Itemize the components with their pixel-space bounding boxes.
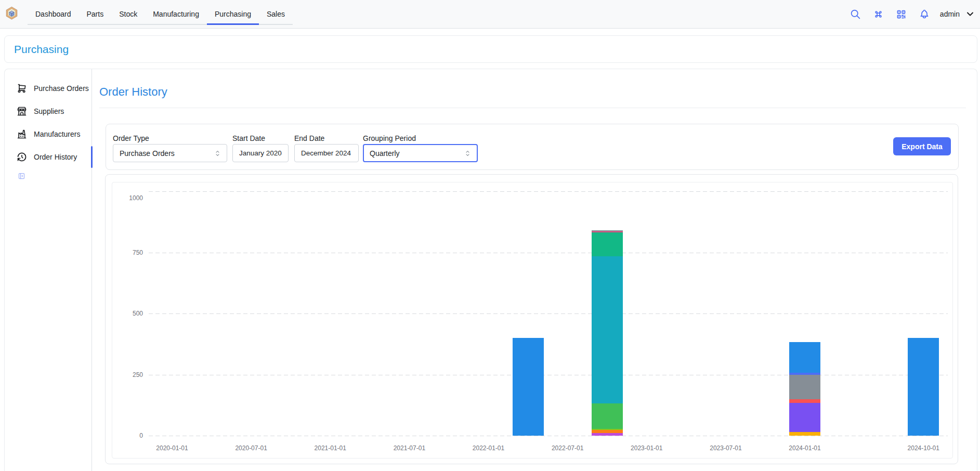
chart-panel: 025050075010002020-01-012020-07-012021-0… xyxy=(105,174,958,464)
sidebar-item-purchase-orders[interactable]: Purchase Orders xyxy=(5,77,92,100)
search-icon[interactable] xyxy=(850,8,862,20)
end-date-input-wrap xyxy=(294,144,359,162)
chevron-selector-icon xyxy=(214,149,221,157)
bar-segment[interactable] xyxy=(513,338,544,436)
y-axis-tick-label: 750 xyxy=(117,249,143,256)
inventree-logo-icon[interactable] xyxy=(5,6,18,20)
x-axis-tick-label: 2022-01-01 xyxy=(473,444,504,452)
end-date-field: End Date xyxy=(294,135,359,162)
y-gridline xyxy=(149,375,948,375)
start-date-field: Start Date xyxy=(232,135,289,162)
sidebar-item-label: Order History xyxy=(34,153,77,161)
command-icon[interactable] xyxy=(872,8,885,20)
export-data-button[interactable]: Export Data xyxy=(893,137,951,155)
bar-segment[interactable] xyxy=(789,342,820,372)
top-navbar: Dashboard Parts Stock Manufacturing Purc… xyxy=(0,0,980,29)
x-axis-tick-label: 2021-07-01 xyxy=(394,444,425,452)
content-heading: Order History xyxy=(99,85,167,99)
order-type-value: Purchase Orders xyxy=(120,149,175,158)
main-panel: Purchase Orders Suppliers M xyxy=(4,69,977,471)
y-axis-tick-label: 1000 xyxy=(117,194,143,202)
sidebar-item-order-history[interactable]: Order History xyxy=(5,146,92,168)
chevron-selector-icon xyxy=(464,149,472,157)
tab-sales[interactable]: Sales xyxy=(259,4,293,24)
y-axis-tick-label: 500 xyxy=(117,310,143,317)
user-menu[interactable]: admin xyxy=(940,9,975,19)
y-axis-tick-label: 0 xyxy=(117,432,143,439)
tab-manufacturing[interactable]: Manufacturing xyxy=(145,4,207,24)
bar-segment[interactable] xyxy=(908,338,939,436)
page-header: Purchasing xyxy=(4,35,977,63)
grouping-period-field: Grouping Period Quarterly xyxy=(363,135,478,162)
start-date-input-wrap xyxy=(232,144,289,162)
chevron-down-icon xyxy=(965,9,975,19)
bar-segment[interactable] xyxy=(789,373,820,375)
y-axis-tick-label: 250 xyxy=(117,371,143,378)
chart-plot[interactable]: 025050075010002020-01-012020-07-012021-0… xyxy=(112,182,952,458)
qrcode-icon[interactable] xyxy=(895,8,908,20)
main-nav-tabs: Dashboard Parts Stock Manufacturing Purc… xyxy=(28,4,293,25)
y-gridline xyxy=(149,313,948,314)
x-axis-tick-label: 2024-01-01 xyxy=(789,444,820,452)
grouping-period-value: Quarterly xyxy=(370,149,400,158)
bar-segment[interactable] xyxy=(592,430,623,433)
sidebar: Purchase Orders Suppliers M xyxy=(5,69,92,471)
x-axis-tick-label: 2020-01-01 xyxy=(156,444,188,452)
x-axis-tick-label: 2020-07-01 xyxy=(235,444,267,452)
building-factory-icon xyxy=(17,129,27,139)
bar-segment[interactable] xyxy=(789,432,820,436)
order-type-select[interactable]: Purchase Orders xyxy=(113,144,227,162)
sidebar-collapse-icon[interactable] xyxy=(18,172,25,180)
user-name: admin xyxy=(940,10,960,18)
sidebar-item-suppliers[interactable]: Suppliers xyxy=(5,100,92,123)
grouping-period-label: Grouping Period xyxy=(363,135,478,142)
x-axis-tick-label: 2023-01-01 xyxy=(631,444,662,452)
x-axis-tick-label: 2024-10-01 xyxy=(908,444,939,452)
building-store-icon xyxy=(17,106,27,116)
x-axis-tick-label: 2023-07-01 xyxy=(710,444,741,452)
tab-dashboard[interactable]: Dashboard xyxy=(28,4,79,24)
sidebar-item-manufacturers[interactable]: Manufacturers xyxy=(5,123,92,146)
page-title: Purchasing xyxy=(14,43,69,56)
order-type-label: Order Type xyxy=(113,135,227,142)
order-type-field: Order Type Purchase Orders xyxy=(113,135,227,162)
start-date-input[interactable] xyxy=(239,145,282,162)
bell-icon[interactable] xyxy=(918,8,931,20)
x-axis-tick-label: 2021-01-01 xyxy=(315,444,346,452)
bar-segment[interactable] xyxy=(592,256,623,403)
history-icon xyxy=(17,152,27,162)
bar-segment[interactable] xyxy=(592,403,623,429)
sidebar-item-label: Purchase Orders xyxy=(34,84,89,93)
shopping-cart-icon xyxy=(17,83,27,94)
bar-segment[interactable] xyxy=(592,232,623,257)
tab-parts[interactable]: Parts xyxy=(79,4,112,24)
end-date-input[interactable] xyxy=(301,145,352,162)
filter-panel: Order Type Purchase Orders Start Date En… xyxy=(106,124,959,170)
bar-segment[interactable] xyxy=(592,230,623,231)
tab-purchasing[interactable]: Purchasing xyxy=(207,4,259,24)
chart-container: 025050075010002020-01-012020-07-012021-0… xyxy=(112,182,953,459)
bar-segment[interactable] xyxy=(789,375,820,399)
sidebar-item-label: Manufacturers xyxy=(34,130,80,138)
heading-divider xyxy=(99,108,966,108)
y-gridline xyxy=(149,253,948,253)
y-gridline xyxy=(149,191,948,192)
end-date-label: End Date xyxy=(294,135,359,142)
navbar-actions: admin xyxy=(850,0,975,28)
tab-stock[interactable]: Stock xyxy=(111,4,145,24)
bar-segment[interactable] xyxy=(789,403,820,432)
bar-segment[interactable] xyxy=(592,429,623,430)
y-gridline xyxy=(149,436,948,436)
bar-segment[interactable] xyxy=(592,231,623,232)
sidebar-item-label: Suppliers xyxy=(34,107,64,115)
x-axis-tick-label: 2022-07-01 xyxy=(552,444,583,452)
bar-segment[interactable] xyxy=(789,399,820,403)
grouping-period-select[interactable]: Quarterly xyxy=(363,144,478,162)
bar-segment[interactable] xyxy=(592,433,623,436)
start-date-label: Start Date xyxy=(232,135,289,142)
